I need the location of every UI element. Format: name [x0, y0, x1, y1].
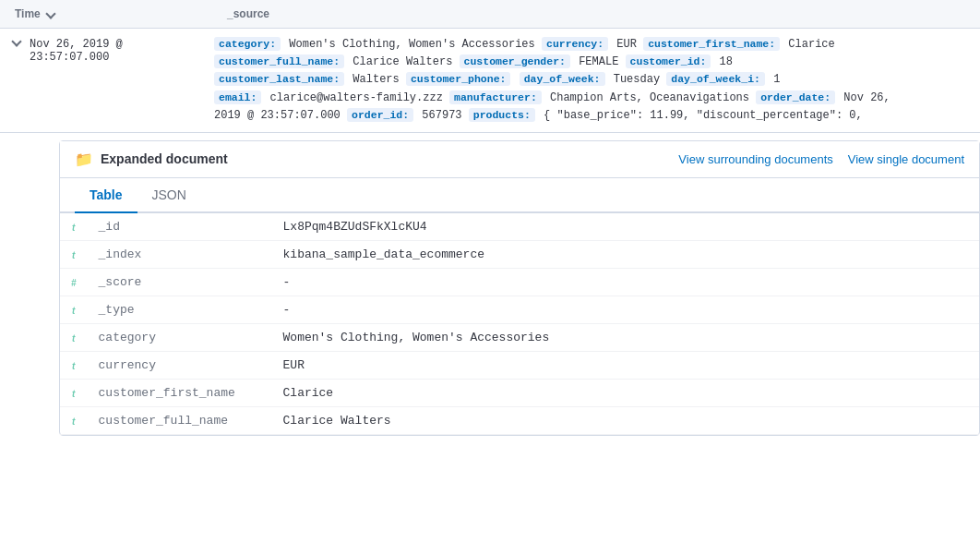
type-icon-cell: t — [60, 296, 88, 323]
field-label-day-of-week: day_of_week: — [520, 72, 605, 86]
type-icon: # — [71, 278, 77, 288]
field-name-cell: _id — [88, 213, 272, 241]
folder-icon: 📁 — [75, 151, 93, 168]
type-icon: t — [72, 250, 75, 260]
field-label-currency: currency: — [542, 37, 608, 51]
table-row: t currency EUR — [60, 351, 979, 379]
type-icon: t — [72, 223, 75, 233]
field-name-cell: category — [88, 323, 272, 351]
view-surrounding-button[interactable]: View surrounding documents — [678, 152, 832, 166]
type-icon-cell: t — [60, 323, 88, 351]
table-row: # _score - — [60, 268, 979, 296]
type-icon-cell: t — [60, 240, 88, 268]
field-value-cell: Women's Clothing, Women's Accessories — [272, 323, 979, 351]
field-label-customer-full: customer_full_name: — [214, 54, 344, 68]
type-icon: t — [72, 361, 75, 371]
table-row: t category Women's Clothing, Women's Acc… — [60, 323, 979, 351]
type-icon: t — [72, 306, 75, 316]
field-value-cell: Lx8Pqm4BZUdSFkXlcKU4 — [272, 213, 979, 241]
field-label-products: products: — [469, 108, 535, 122]
type-icon: t — [72, 333, 75, 344]
expanded-header: 📁 Expanded document View surrounding doc… — [60, 141, 979, 178]
field-label-customer-phone: customer_phone: — [406, 72, 511, 86]
expanded-title-group: 📁 Expanded document — [75, 151, 228, 168]
field-name-cell: customer_first_name — [88, 379, 272, 406]
field-value-cell: - — [272, 268, 979, 296]
tab-json[interactable]: JSON — [137, 178, 201, 213]
expanded-document: 📁 Expanded document View surrounding doc… — [59, 140, 980, 436]
field-value-cell: Clarice Walters — [272, 406, 979, 434]
field-label-customer-first: customer_first_name: — [643, 37, 780, 51]
type-icon-cell: t — [60, 213, 88, 241]
expand-icon — [11, 36, 21, 46]
field-value-cell: kibana_sample_data_ecommerce — [272, 240, 979, 268]
table-row: t _type - — [60, 296, 979, 323]
field-label-customer-id: customer_id: — [626, 54, 711, 68]
field-label-email: email: — [214, 90, 261, 104]
expanded-actions: View surrounding documents View single d… — [678, 152, 964, 166]
row-timestamp: Nov 26, 2019 @ 23:57:07.000 — [30, 36, 214, 66]
data-row: Nov 26, 2019 @ 23:57:07.000 category: Wo… — [0, 29, 980, 133]
field-value-cell: Clarice — [272, 379, 979, 406]
source-column-header: _source — [227, 7, 965, 20]
field-value-cell: - — [272, 296, 979, 323]
type-icon: t — [72, 389, 75, 399]
field-label-order-date: order_date: — [756, 90, 835, 104]
tab-table[interactable]: Table — [75, 178, 137, 213]
type-icon-cell: t — [60, 406, 88, 434]
row-expand-toggle[interactable] — [0, 36, 30, 45]
table-row: t customer_full_name Clarice Walters — [60, 406, 979, 434]
type-icon-cell: t — [60, 379, 88, 406]
time-label: Time — [15, 7, 41, 20]
table-row: t customer_first_name Clarice — [60, 379, 979, 406]
field-name-cell: customer_full_name — [88, 406, 272, 434]
table-row: t _id Lx8Pqm4BZUdSFkXlcKU4 — [60, 213, 979, 241]
type-icon-cell: t — [60, 351, 88, 379]
field-label-manufacturer: manufacturer: — [449, 90, 542, 104]
field-name-cell: _type — [88, 296, 272, 323]
expanded-title-text: Expanded document — [101, 151, 228, 166]
field-value-cell: EUR — [272, 351, 979, 379]
table-row: t _index kibana_sample_data_ecommerce — [60, 240, 979, 268]
field-label-customer-gender: customer_gender: — [460, 54, 570, 68]
tabs-bar: Table JSON — [60, 178, 979, 213]
field-label-customer-last: customer_last_name: — [214, 72, 344, 86]
table-header: Time _source — [0, 0, 980, 29]
row-source: category: Women's Clothing, Women's Acce… — [214, 36, 980, 125]
sort-icon — [45, 8, 55, 18]
field-label-order-id: order_id: — [347, 108, 413, 122]
field-name-cell: currency — [88, 351, 272, 379]
field-name-cell: _index — [88, 240, 272, 268]
type-icon: t — [72, 416, 75, 427]
document-table: t _id Lx8Pqm4BZUdSFkXlcKU4 t _index kiba… — [60, 213, 979, 435]
time-column-header[interactable]: Time — [15, 7, 227, 20]
field-label-day-of-week-i: day_of_week_i: — [666, 72, 765, 86]
field-label-category: category: — [214, 37, 281, 51]
expanded-section-wrapper: 📁 Expanded document View surrounding doc… — [0, 140, 980, 436]
type-icon-cell: # — [60, 268, 88, 296]
view-single-button[interactable]: View single document — [848, 152, 964, 166]
field-name-cell: _score — [88, 268, 272, 296]
